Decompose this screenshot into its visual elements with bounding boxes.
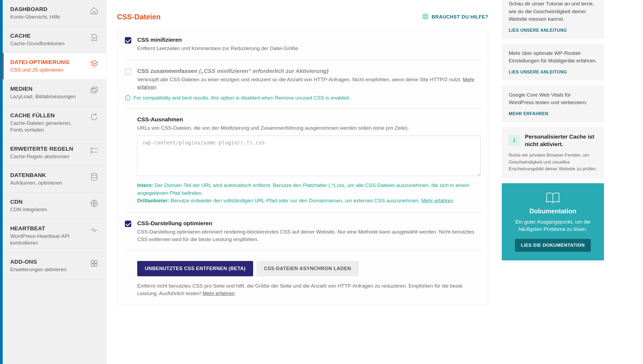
sidebar-item-sub: WordPress-Heartbeat-API kontrollieren: [10, 233, 86, 246]
optimize-css-checkbox[interactable]: [125, 221, 131, 227]
images-icon: [90, 86, 98, 95]
combine-css-checkbox: [125, 68, 131, 75]
sidebar-item-erweiterte-regeln[interactable]: ERWEITERTE REGELNCache-Regeln abstimmen: [3, 140, 106, 166]
css-exclusions-row: CSS-Ausnahmen URLs von CSS-Dateien, die …: [125, 109, 481, 213]
css-exclusions-textarea[interactable]: [137, 136, 481, 176]
personal-cache-info-card: i Personalisierter Cache ist nicht aktiv…: [502, 127, 604, 178]
documentation-card: Dokumentation Ein guter Ausgangspunkt, u…: [502, 183, 604, 260]
sidebar-item-title: CACHE: [10, 33, 86, 39]
read-documentation-button[interactable]: LIES DIE DOKUMENTATION: [515, 239, 591, 252]
file-icon: [90, 33, 98, 42]
css-exclusions-desc: URLs von CSS-Dateien, die von der Minifi…: [137, 124, 481, 132]
minify-css-label: CSS minifizieren: [137, 37, 481, 43]
css-exclusions-title: CSS-Ausnahmen: [137, 116, 481, 123]
doc-card-desc: Ein guter Ausgangspunkt, um die häufigst…: [509, 218, 597, 233]
css-exclusions-hint: Intern: Der Domain-Teil der URL wird aut…: [137, 182, 481, 205]
right-sidebar: Schau dir unser Tutorial an und lerne, w…: [499, 0, 612, 364]
tutorial-card-2: Mehr über optimale WP-Rocket-Einstellung…: [502, 44, 604, 80]
minify-css-row: CSS minifizieren Entfernt Leerzeilen und…: [125, 29, 481, 60]
minify-css-desc: Entfernt Leerzeilen und Kommentare zur R…: [137, 45, 481, 52]
doc-card-title: Dokumentation: [509, 207, 597, 215]
svg-rect-5: [91, 148, 92, 149]
help-link[interactable]: BRAUCHST DU HILFE?: [422, 13, 488, 21]
plugin-sidebar: DASHBOARDKonto-Übersicht, HilfeCACHECach…: [3, 0, 106, 364]
info-card-title: Personalisierter Cache ist nicht aktivie…: [525, 133, 597, 148]
sidebar-item-cdn[interactable]: CDNCDN integrieren: [3, 193, 106, 219]
svg-line-18: [426, 17, 427, 18]
svg-rect-6: [91, 151, 92, 153]
sidebar-item-sub: Erweiterungen aktivieren: [10, 266, 86, 273]
sidebar-item-title: HEARTBEAT: [10, 225, 86, 232]
css-options-panel: CSS minifizieren Entfernt Leerzeilen und…: [117, 29, 488, 305]
svg-rect-11: [91, 260, 94, 263]
sidebar-item-title: DASHBOARD: [10, 6, 86, 12]
lifebuoy-icon: [422, 13, 429, 21]
remove-unused-css-button[interactable]: UNBENUTZTES CSS ENTFERNEN (BETA): [137, 261, 253, 276]
sidebar-item-datei-optimierung[interactable]: DATEI-OPTIMIERUNGCSS und JS optimieren: [3, 53, 106, 80]
minify-css-checkbox[interactable]: [125, 37, 131, 44]
remove-unused-css-learn-more-link[interactable]: Mehr erfahren: [203, 291, 235, 296]
wp-admin-sidebar-sliver: [0, 0, 3, 364]
section-title: CSS-Dateien: [117, 13, 161, 21]
sidebar-item-sub: Aufräumen, optimieren: [10, 179, 86, 186]
optimize-css-desc: CSS-Darstellung optimieren eliminiert re…: [137, 228, 481, 243]
card-text: Mehr über optimale WP-Rocket-Einstellung…: [509, 50, 597, 65]
optimize-css-label: CSS-Darstellung optimieren: [137, 220, 481, 227]
sidebar-item-title: DATEI-OPTIMIERUNG: [10, 59, 86, 65]
tutorial-card-3: Google Core Web Vitals für WordPress tes…: [502, 85, 604, 122]
combine-css-desc: Verknüpft alle CSS-Dateien zu einer einz…: [137, 76, 481, 91]
stack-icon: [90, 59, 98, 68]
heart-icon: [90, 226, 98, 234]
load-css-async-button[interactable]: CSS-DATEIEN ASYNCHRON LADEN: [256, 261, 359, 276]
sidebar-item-dashboard[interactable]: DASHBOARDKonto-Übersicht, Hilfe: [3, 0, 106, 27]
cubes-icon: [90, 259, 98, 268]
svg-rect-3: [92, 87, 97, 91]
svg-line-17: [423, 14, 425, 15]
sidebar-item-add-ons[interactable]: ADD-ONSErweiterungen aktivieren: [3, 253, 106, 279]
svg-point-16: [424, 15, 427, 18]
sidebar-item-title: CACHE FÜLLEN: [10, 112, 86, 119]
svg-rect-12: [94, 260, 97, 263]
remove-unused-css-desc: Entfernt nicht benutztes CSS pro Seite u…: [137, 282, 481, 298]
sidebar-item-cache[interactable]: CACHECache-Grundfunktionen: [3, 27, 106, 53]
card-link[interactable]: LIES UNSERE ANLEITUNG: [509, 70, 567, 74]
sidebar-item-title: ADD-ONS: [10, 259, 86, 265]
card-text: Google Core Web Vitals für WordPress tes…: [509, 91, 597, 107]
sidebar-item-sub: Cache-Regeln abstimmen: [10, 153, 86, 160]
sidebar-item-datenbank[interactable]: DATENBANKAufräumen, optimieren: [3, 166, 106, 193]
card-link[interactable]: MEHR ERFAHREN: [509, 111, 548, 116]
css-method-toggle: UNBENUTZTES CSS ENTFERNEN (BETA) CSS-DAT…: [137, 261, 481, 276]
sidebar-item-title: DATENBANK: [10, 172, 86, 178]
main-content: CSS-Dateien BRAUCHST DU HILFE? CSS minif…: [106, 0, 499, 364]
sidebar-item-medien[interactable]: MEDIENLazyLoad, Bildabmessungen: [3, 80, 106, 106]
db-icon: [90, 172, 98, 181]
sidebar-item-sub: Cache-Dateien generieren, Fonts vorladen: [10, 120, 86, 133]
sidebar-item-sub: Konto-Übersicht, Hilfe: [10, 13, 86, 20]
optimize-css-row: CSS-Darstellung optimieren CSS-Darstellu…: [125, 213, 481, 251]
book-icon: [546, 192, 560, 204]
card-text: Schau dir unser Tutorial an und lerne, w…: [509, 0, 597, 23]
list-icon: [90, 146, 98, 155]
optimize-css-method-row: UNBENUTZTES CSS ENTFERNEN (BETA) CSS-DAT…: [125, 251, 481, 305]
globe-icon: [90, 199, 98, 208]
sidebar-item-sub: CDN integrieren: [10, 206, 86, 213]
combine-css-label: CSS zusammenfassen („CSS minifizieren“ e…: [137, 68, 481, 74]
help-link-label: BRAUCHST DU HILFE?: [432, 14, 488, 20]
sidebar-item-sub: LazyLoad, Bildabmessungen: [10, 93, 86, 100]
tutorial-card-1: Schau dir unser Tutorial an und lerne, w…: [502, 0, 604, 39]
svg-point-9: [91, 173, 97, 175]
svg-rect-2: [91, 89, 96, 93]
combine-css-row: CSS zusammenfassen („CSS minifizieren“ e…: [125, 60, 481, 109]
card-link[interactable]: LIES UNSERE ANLEITUNG: [509, 28, 567, 33]
info-icon: i: [509, 135, 520, 146]
combine-css-disabled-note: For compatibility and best results, this…: [125, 93, 481, 101]
sidebar-item-title: MEDIEN: [10, 86, 86, 92]
svg-line-20: [426, 14, 427, 15]
svg-rect-14: [94, 264, 97, 266]
css-exclusions-learn-more-link[interactable]: Mehr erfahren: [421, 198, 453, 203]
sidebar-item-cache-f-llen[interactable]: CACHE FÜLLENCache-Dateien generieren, Fo…: [3, 106, 106, 140]
sidebar-item-title: ERWEITERTE REGELN: [10, 146, 86, 152]
sidebar-item-title: CDN: [10, 199, 86, 205]
sidebar-item-heartbeat[interactable]: HEARTBEATWordPress-Heartbeat-API kontrol…: [3, 219, 106, 253]
svg-rect-13: [91, 264, 94, 266]
